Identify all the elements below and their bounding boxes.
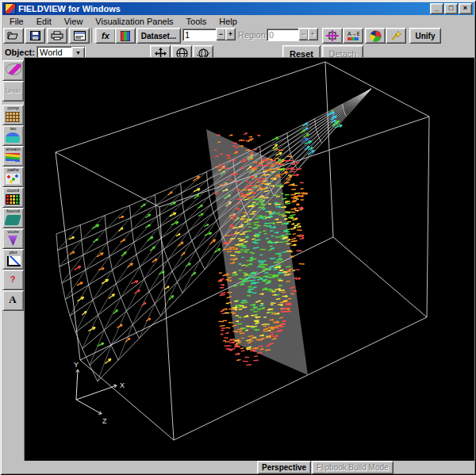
dataset-number-input[interactable]: [182, 29, 217, 41]
transform-button[interactable]: [322, 28, 343, 44]
pick-tool-icon: [6, 63, 21, 75]
colormap-button[interactable]: [115, 28, 136, 44]
text-annotation-icon: A: [6, 294, 20, 305]
function-button[interactable]: fx: [95, 28, 116, 44]
sidebar-item-comp-surface[interactable]: comp: [2, 105, 24, 125]
menu-bar: File Edit View Visualization Panels Tool…: [3, 16, 473, 27]
window-panel-icon: [74, 31, 86, 40]
sidebar-item-streamlines[interactable]: stream: [2, 146, 24, 167]
region-label: Region:: [238, 30, 268, 40]
xy-plot-icon: [7, 256, 21, 266]
vortex-cores-icon: [8, 236, 17, 246]
menu-visualization-panels[interactable]: Visualization Panels: [89, 17, 179, 26]
query-icon: ?: [6, 274, 20, 285]
ab-colorbar-icon: A→B: [347, 30, 359, 41]
status-bar: Perspective Flipbook Build Mode: [3, 461, 473, 473]
region-plus-button: +: [308, 28, 318, 40]
object-dropdown-value: World: [40, 48, 63, 57]
object-label: Object:: [5, 48, 35, 57]
colormap-icon: [121, 31, 130, 41]
fx-icon: fx: [102, 31, 109, 40]
computational-surface-icon: [6, 112, 20, 122]
sidebar-item-query[interactable]: ?: [2, 270, 24, 290]
streamlines-icon: [6, 153, 20, 163]
sidebar-item-plot[interactable]: plot: [2, 249, 24, 270]
svg-text:Z: Z: [102, 417, 107, 425]
dataset-plus-button[interactable]: +: [225, 28, 236, 40]
open-button[interactable]: [3, 28, 24, 44]
unify-button[interactable]: Unify: [409, 28, 441, 44]
maximize-button[interactable]: □: [444, 3, 458, 14]
color-sphere-button[interactable]: [365, 28, 386, 44]
sidebar-item-undo: Undo: [2, 81, 24, 102]
close-button[interactable]: ×: [459, 3, 472, 14]
floppy-disk-icon: [30, 31, 40, 40]
sidebar-item-pick[interactable]: [2, 60, 24, 81]
app-icon: [5, 3, 16, 14]
sidebar-item-particle-paths[interactable]: paths: [2, 167, 24, 187]
print-button[interactable]: [47, 28, 67, 44]
svg-text:A→B: A→B: [347, 31, 359, 36]
menu-edit[interactable]: Edit: [30, 17, 58, 26]
menu-help[interactable]: Help: [213, 17, 244, 26]
menu-tools[interactable]: Tools: [180, 17, 213, 26]
iso-surface-icon: [6, 132, 20, 143]
boundary-surface-icon: [4, 215, 21, 225]
sidebar-item-annotation[interactable]: A: [2, 290, 24, 311]
probe-pointer-button[interactable]: [386, 28, 406, 44]
coordinate-surface-icon: [6, 194, 20, 205]
perspective-button[interactable]: Perspective: [257, 461, 311, 474]
svg-text:X: X: [120, 381, 125, 389]
sidebar-item-coord-surface[interactable]: coord: [2, 187, 24, 208]
title-bar[interactable]: FIELDVIEW for Windows _ □ ×: [2, 2, 474, 15]
save-button[interactable]: [25, 28, 45, 44]
sidebar-item-iso-surface[interactable]: iso: [2, 125, 24, 146]
sidebar-item-vortex-cores[interactable]: vcore: [2, 228, 24, 249]
menu-file[interactable]: File: [3, 17, 30, 26]
main-toolbar: fx Dataset... − + Region: − + A→B Unify: [3, 28, 473, 45]
menu-view[interactable]: View: [58, 17, 90, 26]
viewport-3d-scene[interactable]: YXZ: [25, 58, 474, 461]
transform-arrows-icon: [326, 30, 339, 41]
panel-button[interactable]: [69, 28, 90, 44]
flipbook-build-mode-button: Flipbook Build Mode: [312, 461, 393, 474]
viewport[interactable]: YXZ: [24, 57, 474, 461]
sidebar-item-boundary-surface[interactable]: bound: [2, 208, 24, 228]
dataset-compare-button[interactable]: A→B: [343, 28, 363, 44]
tool-sidebar: Undo comp iso stream paths coord bound v…: [2, 59, 24, 459]
svg-text:Y: Y: [74, 361, 79, 369]
minimize-button[interactable]: _: [430, 3, 443, 14]
open-folder-icon: [7, 31, 20, 40]
region-number-input: [267, 29, 300, 41]
color-sphere-icon: [370, 30, 382, 42]
toolbar-separator: [91, 28, 94, 43]
wand-pointer-icon: [390, 30, 401, 41]
dataset-button[interactable]: Dataset...: [136, 28, 181, 44]
particle-paths-icon: [6, 174, 20, 184]
printer-icon: [51, 31, 63, 40]
window-title: FIELDVIEW for Windows: [18, 4, 430, 13]
